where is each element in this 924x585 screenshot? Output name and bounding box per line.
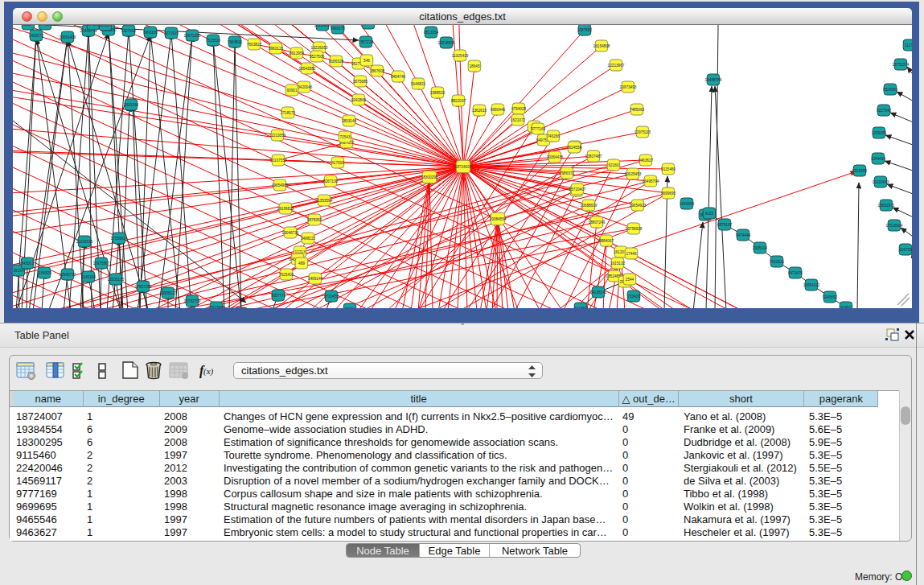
svg-text:9474444: 9474444 <box>736 233 751 237</box>
svg-text:1145194: 1145194 <box>81 275 96 279</box>
svg-text:8471676: 8471676 <box>788 271 803 275</box>
svg-text:6879197: 6879197 <box>717 223 733 227</box>
svg-text:1621072: 1621072 <box>511 118 526 122</box>
svg-text:8186328: 8186328 <box>329 60 344 64</box>
svg-text:1588520: 1588520 <box>430 91 446 95</box>
svg-text:7632621: 7632621 <box>770 260 785 264</box>
svg-text:12942737: 12942737 <box>60 273 76 277</box>
svg-text:994163: 994163 <box>87 25 100 27</box>
svg-text:9245652: 9245652 <box>823 295 838 299</box>
svg-text:1527602: 1527602 <box>121 29 137 33</box>
svg-text:7485063: 7485063 <box>630 108 645 112</box>
svg-text:8813054: 8813054 <box>424 31 439 35</box>
svg-text:19046736: 19046736 <box>282 231 299 235</box>
svg-text:1499144: 1499144 <box>308 277 323 281</box>
svg-text:10107553: 10107553 <box>270 159 287 163</box>
svg-text:2935114: 2935114 <box>753 246 767 250</box>
svg-text:39154: 39154 <box>13 269 23 273</box>
svg-text:10958127: 10958127 <box>160 291 177 295</box>
svg-text:141361: 141361 <box>574 307 587 308</box>
svg-text:1640954: 1640954 <box>680 202 695 206</box>
svg-text:2544: 2544 <box>626 278 634 282</box>
svg-text:16543382: 16543382 <box>299 67 316 71</box>
svg-text:11353594: 11353594 <box>316 199 333 203</box>
svg-text:16154808: 16154808 <box>593 44 610 48</box>
svg-text:7663822: 7663822 <box>247 43 262 47</box>
svg-text:9115460: 9115460 <box>661 167 676 171</box>
svg-text:9242845: 9242845 <box>351 98 367 102</box>
svg-text:62160: 62160 <box>608 163 618 167</box>
svg-text:92450: 92450 <box>840 306 851 308</box>
svg-text:8267130: 8267130 <box>323 179 339 183</box>
svg-text:18807249: 18807249 <box>589 220 606 225</box>
svg-text:1244419: 1244419 <box>871 157 886 161</box>
svg-text:7515526: 7515526 <box>206 39 221 43</box>
svg-text:8215955: 8215955 <box>852 169 868 173</box>
svg-text:9146821: 9146821 <box>411 82 426 86</box>
svg-text:15751074: 15751074 <box>893 63 910 67</box>
svg-text:9463627: 9463627 <box>639 159 654 163</box>
svg-text:19756928: 19756928 <box>626 227 643 231</box>
svg-text:72543: 72543 <box>339 135 350 139</box>
svg-text:1209385: 1209385 <box>872 131 887 135</box>
svg-text:9777169: 9777169 <box>531 127 546 131</box>
svg-text:7357224: 7357224 <box>359 40 374 44</box>
svg-text:9223: 9223 <box>705 212 714 216</box>
svg-text:10688609: 10688609 <box>581 204 598 208</box>
svg-text:5878352: 5878352 <box>307 218 322 222</box>
svg-text:6990446: 6990446 <box>491 108 506 112</box>
svg-text:97104: 97104 <box>344 307 355 308</box>
svg-text:16495794: 16495794 <box>643 179 659 183</box>
svg-text:10654112: 10654112 <box>803 283 820 287</box>
svg-text:3675685: 3675685 <box>353 80 368 84</box>
svg-text:17446: 17446 <box>626 252 636 256</box>
svg-text:305117: 305117 <box>99 25 112 27</box>
svg-text:16210643: 16210643 <box>873 180 889 184</box>
svg-text:19384554: 19384554 <box>490 217 507 221</box>
svg-text:16671355: 16671355 <box>184 34 201 38</box>
svg-text:6794028: 6794028 <box>511 107 527 111</box>
svg-text:1071915: 1071915 <box>164 31 179 35</box>
svg-text:9884067: 9884067 <box>599 239 614 243</box>
svg-text:11170: 11170 <box>905 43 912 47</box>
svg-text:8990175: 8990175 <box>331 27 346 31</box>
svg-text:93901: 93901 <box>286 89 297 93</box>
svg-text:8912954: 8912954 <box>290 51 305 56</box>
svg-text:(x): (x) <box>203 366 214 377</box>
svg-text:10975867: 10975867 <box>93 262 110 266</box>
svg-text:17359924: 17359924 <box>111 237 128 241</box>
svg-text:18300295: 18300295 <box>421 175 438 179</box>
svg-text:20364436: 20364436 <box>547 155 564 159</box>
svg-text:19166825: 19166825 <box>277 207 294 211</box>
svg-text:489: 489 <box>298 262 305 266</box>
svg-text:8454749: 8454749 <box>391 75 406 79</box>
svg-text:417006: 417006 <box>331 161 344 165</box>
svg-text:2087682: 2087682 <box>577 28 593 32</box>
svg-text:19654985: 19654985 <box>272 183 289 187</box>
svg-text:9527505: 9527505 <box>310 55 325 59</box>
svg-text:8822037: 8822037 <box>451 99 466 103</box>
svg-text:10807487: 10807487 <box>585 154 602 159</box>
svg-text:15720407: 15720407 <box>569 187 586 192</box>
svg-text:2867608: 2867608 <box>370 69 385 73</box>
svg-text:3624554: 3624554 <box>567 146 582 150</box>
svg-text:18724007: 18724007 <box>455 165 472 169</box>
svg-text:9699695: 9699695 <box>661 192 676 196</box>
svg-text:17957255: 17957255 <box>135 285 152 289</box>
svg-text:345061: 345061 <box>21 262 34 266</box>
svg-text:546: 546 <box>363 59 370 63</box>
svg-text:1156829: 1156829 <box>37 271 51 275</box>
svg-text:15692971: 15692971 <box>878 204 895 208</box>
svg-text:18645: 18645 <box>469 64 479 68</box>
svg-text:16033809: 16033809 <box>314 25 331 27</box>
svg-text:2718170: 2718170 <box>281 111 296 115</box>
svg-text:2005334: 2005334 <box>124 103 139 107</box>
svg-text:88304: 88304 <box>23 25 33 27</box>
svg-text:9329966: 9329966 <box>883 88 898 92</box>
svg-text:19218506: 19218506 <box>438 41 455 45</box>
svg-text:177310: 177310 <box>39 25 51 27</box>
svg-text:8960123: 8960123 <box>269 47 284 51</box>
svg-text:12975115: 12975115 <box>634 130 651 134</box>
svg-text:15488784: 15488784 <box>705 78 722 82</box>
svg-text:20691406: 20691406 <box>60 35 76 39</box>
